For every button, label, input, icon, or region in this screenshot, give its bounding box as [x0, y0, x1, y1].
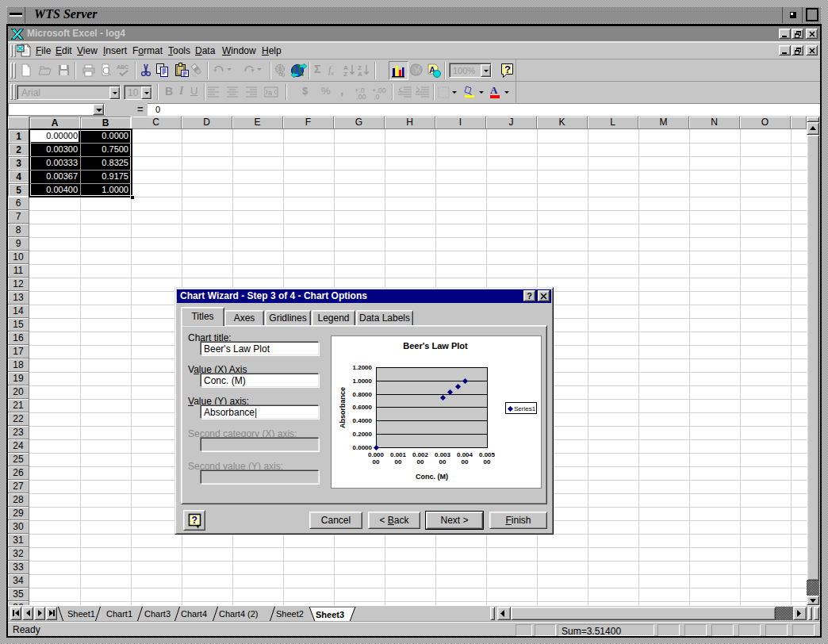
svg-text:Chart4: Chart4 — [181, 609, 207, 619]
svg-text:Sheet2: Sheet2 — [276, 609, 304, 619]
svg-text:Chart4 (2): Chart4 (2) — [219, 609, 259, 619]
svg-text:ABC: ABC — [117, 64, 128, 70]
svg-text:a: a — [268, 89, 272, 97]
svg-text:.0: .0 — [374, 93, 380, 100]
svg-text:Sheet1: Sheet1 — [67, 609, 95, 619]
svg-text:Chart3: Chart3 — [144, 609, 171, 619]
svg-text:Sheet3: Sheet3 — [316, 610, 344, 619]
svg-text:Z: Z — [343, 71, 347, 78]
svg-text:.00: .00 — [356, 93, 366, 100]
svg-text:?: ? — [192, 515, 197, 526]
svg-text:A: A — [358, 71, 362, 78]
svg-text:Chart1: Chart1 — [106, 609, 132, 619]
svg-text:?: ? — [504, 63, 511, 75]
